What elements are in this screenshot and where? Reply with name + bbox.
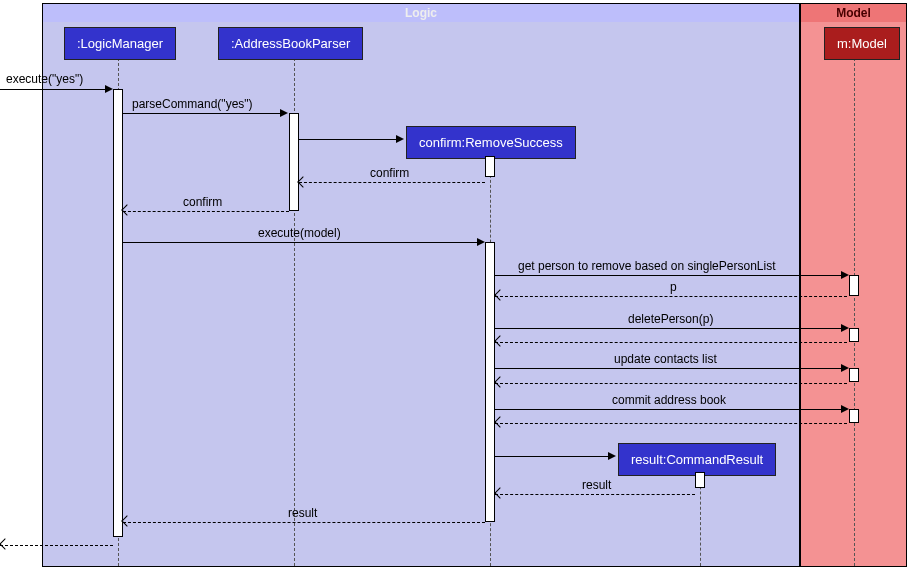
arrowhead-create-removesuccess <box>396 135 404 143</box>
removesuccess-participant: confirm:RemoveSuccess <box>406 126 576 159</box>
msg-result1: result <box>582 478 611 492</box>
model-group-header: Model <box>801 4 906 22</box>
arrow-create-removesuccess <box>299 139 401 140</box>
arrow-p <box>495 296 847 297</box>
msg-commit: commit address book <box>612 393 726 407</box>
arrow-deleteperson-ret <box>495 342 847 343</box>
arrow-confirm2 <box>123 211 289 212</box>
arrow-result1 <box>495 494 695 495</box>
arrow-updatecontacts <box>495 368 847 369</box>
msg-result2: result <box>288 506 317 520</box>
activation-model-2 <box>849 328 859 342</box>
arrowhead-commit <box>841 405 849 413</box>
sequence-diagram: Logic Model :LogicManager :AddressBookPa… <box>0 0 911 570</box>
activation-model-4 <box>849 409 859 423</box>
activation-parser <box>289 113 299 211</box>
arrowhead-final-return <box>0 538 11 549</box>
arrowhead-execute-yes <box>105 85 113 93</box>
msg-execute-yes: execute("yes") <box>6 72 83 86</box>
arrow-confirm1 <box>299 182 485 183</box>
arrow-updatecontacts-ret <box>495 383 847 384</box>
arrow-create-cmdresult <box>495 456 613 457</box>
arrow-final-return <box>0 545 113 546</box>
arrow-executemodel <box>123 242 483 243</box>
msg-parsecommand: parseCommand("yes") <box>132 97 253 111</box>
arrowhead-getperson <box>841 271 849 279</box>
arrowhead-parsecommand <box>280 109 288 117</box>
logicmanager-participant: :LogicManager <box>64 27 176 60</box>
arrowhead-deleteperson <box>841 324 849 332</box>
model-participant: m:Model <box>824 27 900 60</box>
arrow-deleteperson <box>495 328 847 329</box>
activation-commandresult <box>695 472 705 488</box>
arrowhead-create-cmdresult <box>608 452 616 460</box>
lifeline-model <box>854 53 855 566</box>
arrow-commit <box>495 409 847 410</box>
logic-group: Logic <box>42 3 800 567</box>
arrowhead-updatecontacts <box>841 364 849 372</box>
logic-group-header: Logic <box>43 4 799 22</box>
msg-executemodel: execute(model) <box>258 226 341 240</box>
arrowhead-executemodel <box>477 238 485 246</box>
arrow-commit-ret <box>495 423 847 424</box>
msg-confirm1: confirm <box>370 166 409 180</box>
msg-updatecontacts: update contacts list <box>614 352 717 366</box>
parser-participant: :AddressBookParser <box>218 27 363 60</box>
msg-getperson: get person to remove based on singlePers… <box>518 259 776 273</box>
arrow-result2 <box>123 522 485 523</box>
arrow-getperson <box>495 275 847 276</box>
arrow-parsecommand <box>123 113 285 114</box>
msg-confirm2: confirm <box>183 195 222 209</box>
arrow-execute-yes <box>0 89 108 90</box>
activation-logicmanager <box>113 89 123 537</box>
activation-removesuccess-1 <box>485 156 495 177</box>
msg-p: p <box>670 280 677 294</box>
activation-model-1 <box>849 275 859 296</box>
activation-model-3 <box>849 368 859 382</box>
msg-deleteperson: deletePerson(p) <box>628 312 713 326</box>
